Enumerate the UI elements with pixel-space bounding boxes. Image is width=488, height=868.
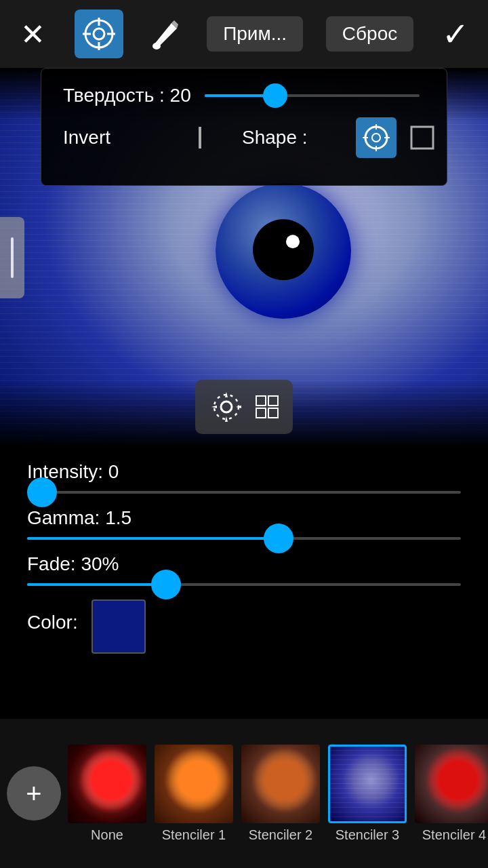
target-icon	[80, 15, 118, 53]
stencil-item-none[interactable]: None	[66, 745, 148, 843]
svg-rect-19	[268, 408, 278, 418]
drag-handle-inner	[11, 237, 14, 278]
stencil-2-label: Stenciler 2	[249, 827, 313, 843]
target-tool-button[interactable]	[75, 9, 123, 58]
hardness-row: Твердость : 20	[63, 85, 425, 106]
toolbar: ✕ Прим... Сброс ✓	[0, 0, 488, 68]
fade-control: Fade: 30%	[27, 553, 461, 586]
color-row: Color:	[27, 599, 461, 654]
gamma-control: Gamma: 1.5	[27, 507, 461, 540]
svg-point-8	[372, 134, 380, 142]
color-label: Color:	[27, 612, 78, 633]
stencil-3-label: Stenciler 3	[336, 827, 400, 843]
shape-label: Shape :	[242, 127, 350, 149]
apply-button[interactable]: Прим...	[207, 16, 303, 52]
pupil-highlight	[286, 235, 300, 248]
hardness-thumb[interactable]	[263, 83, 287, 108]
grid-icon	[255, 395, 279, 419]
stencil-1-image	[155, 745, 233, 823]
gamma-fill	[27, 537, 279, 540]
invert-shape-row: Invert Shape :	[63, 117, 425, 158]
svg-point-6	[152, 43, 161, 50]
fade-label: Fade: 30%	[27, 553, 461, 575]
gamma-thumb[interactable]	[264, 524, 293, 553]
stencil-4-label: Stenciler 4	[422, 827, 487, 843]
color-swatch[interactable]	[92, 599, 146, 654]
shape-circle-button[interactable]	[356, 117, 396, 158]
svg-rect-13	[411, 127, 433, 149]
intensity-thumb[interactable]	[27, 477, 57, 507]
stencil-none-image	[68, 745, 146, 823]
svg-rect-17	[268, 396, 278, 406]
checkmark-icon: ✓	[436, 15, 474, 53]
svg-point-1	[94, 28, 104, 39]
shape-square-button[interactable]	[402, 117, 443, 158]
floating-gear-button[interactable]	[195, 380, 293, 434]
hardness-label: Твердость : 20	[63, 85, 191, 106]
svg-rect-16	[256, 396, 266, 406]
gear-icon	[209, 389, 244, 425]
stencil-item-3[interactable]: Stenciler 3	[327, 745, 408, 843]
svg-rect-18	[256, 408, 266, 418]
invert-checkbox[interactable]	[199, 127, 201, 149]
bottom-controls: Intensity: 0 Gamma: 1.5 Fade: 30% Color:	[0, 448, 488, 719]
shape-row: Shape :	[242, 117, 443, 158]
stencil-item-4[interactable]: Stenciler 4	[413, 745, 488, 843]
intensity-slider[interactable]	[27, 491, 461, 494]
add-stencil-button[interactable]: +	[7, 766, 61, 821]
close-icon: ✕	[14, 15, 52, 53]
gamma-slider[interactable]	[27, 537, 461, 540]
pupil	[253, 219, 314, 280]
settings-panel: Твердость : 20 Invert Shape :	[41, 68, 447, 186]
stencil-2-image	[241, 745, 320, 823]
svg-point-15	[214, 395, 239, 419]
stencil-item-2[interactable]: Stenciler 2	[240, 745, 321, 843]
gamma-label: Gamma: 1.5	[27, 507, 461, 529]
stencil-strip: + None Stenciler 1 Stenciler 2 Stenciler…	[0, 719, 488, 868]
fade-fill	[27, 583, 166, 586]
brush-tool-button[interactable]	[146, 15, 184, 53]
iris	[216, 183, 351, 319]
intensity-label: Intensity: 0	[27, 461, 461, 483]
stencil-3-image	[328, 745, 407, 823]
svg-point-14	[221, 401, 232, 412]
stencil-1-label: Stenciler 1	[162, 827, 226, 843]
hardness-slider[interactable]	[205, 94, 420, 97]
stencil-item-1[interactable]: Stenciler 1	[153, 745, 235, 843]
stencil-none-label: None	[91, 827, 123, 843]
invert-label: Invert	[63, 127, 171, 149]
drag-handle[interactable]	[0, 217, 24, 298]
confirm-button[interactable]: ✓	[436, 15, 474, 53]
svg-point-7	[365, 127, 387, 149]
reset-button[interactable]: Сброс	[326, 16, 413, 52]
stencil-4-image	[415, 745, 488, 823]
fade-thumb[interactable]	[151, 570, 181, 599]
close-button[interactable]: ✕	[14, 15, 52, 53]
brush-icon	[146, 15, 184, 53]
fade-slider[interactable]	[27, 583, 461, 586]
intensity-control: Intensity: 0	[27, 461, 461, 494]
